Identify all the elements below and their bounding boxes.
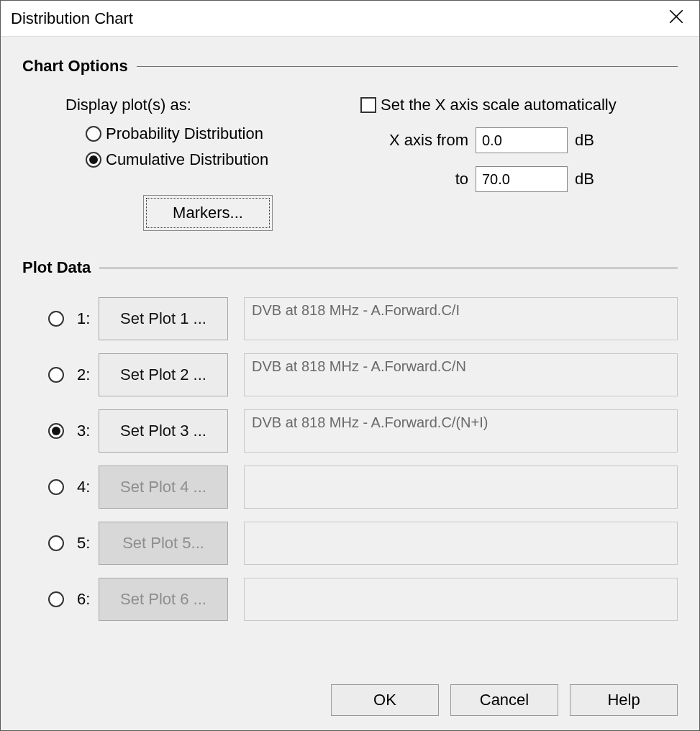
display-plots-label: Display plot(s) as: <box>65 96 360 114</box>
plot-index-label-3: 3: <box>77 422 94 440</box>
plot-4-description <box>244 466 678 509</box>
set-plot-3-button[interactable]: Set Plot 3 ... <box>99 409 228 453</box>
markers-button[interactable]: Markers... <box>143 195 273 231</box>
radio-probability-distribution[interactable]: Probability Distribution <box>86 124 360 143</box>
close-icon[interactable] <box>663 6 689 31</box>
x-axis-from-input[interactable] <box>476 127 568 153</box>
plot-select-radio-1[interactable] <box>48 311 64 327</box>
titlebar: Distribution Chart <box>1 1 699 37</box>
checkbox-auto-x-scale[interactable]: Set the X axis scale automatically <box>360 96 678 114</box>
plot-index-label-4: 4: <box>77 478 94 496</box>
radio-label: Probability Distribution <box>106 124 263 143</box>
plot-select-radio-6[interactable] <box>48 591 64 607</box>
x-axis-to-input[interactable] <box>476 166 568 192</box>
plot-data-heading-text: Plot Data <box>22 258 91 277</box>
plot-index-label-1: 1: <box>77 309 94 328</box>
heading-rule <box>137 66 678 67</box>
chart-options-heading: Chart Options <box>22 57 678 76</box>
radio-label: Cumulative Distribution <box>106 150 268 169</box>
plot-1-description: DVB at 818 MHz - A.Forward.C/I <box>244 297 678 340</box>
plot-index-label-2: 2: <box>77 366 94 384</box>
x-axis-to-unit: dB <box>575 170 606 189</box>
plot-select-radio-5[interactable] <box>48 535 64 551</box>
radio-icon <box>86 152 101 168</box>
plot-data-heading: Plot Data <box>22 258 678 277</box>
radio-cumulative-distribution[interactable]: Cumulative Distribution <box>86 150 360 169</box>
plot-select-radio-3[interactable] <box>48 423 64 439</box>
ok-button[interactable]: OK <box>331 684 439 716</box>
window-title: Distribution Chart <box>11 9 133 28</box>
set-plot-2-button[interactable]: Set Plot 2 ... <box>99 353 228 396</box>
set-plot-1-button[interactable]: Set Plot 1 ... <box>99 297 228 340</box>
heading-rule <box>99 268 678 268</box>
plot-row-6: 6:Set Plot 6 ... <box>48 578 678 621</box>
plot-row-3: 3:Set Plot 3 ...DVB at 818 MHz - A.Forwa… <box>48 409 678 453</box>
plot-6-description <box>244 578 678 621</box>
radio-icon <box>86 126 101 142</box>
help-button[interactable]: Help <box>570 684 678 716</box>
plot-2-description: DVB at 818 MHz - A.Forward.C/N <box>244 353 678 396</box>
set-plot-4-button: Set Plot 4 ... <box>99 466 228 509</box>
plot-index-label-6: 6: <box>77 590 94 609</box>
chart-options-heading-text: Chart Options <box>22 57 128 76</box>
x-axis-from-label: X axis from <box>360 131 468 150</box>
plot-row-4: 4:Set Plot 4 ... <box>48 466 678 509</box>
plot-row-5: 5:Set Plot 5... <box>48 522 678 565</box>
x-axis-from-unit: dB <box>575 131 606 150</box>
plot-row-2: 2:Set Plot 2 ...DVB at 818 MHz - A.Forwa… <box>48 353 678 396</box>
plot-5-description <box>244 522 678 565</box>
set-plot-5-button: Set Plot 5... <box>99 522 228 565</box>
checkbox-label: Set the X axis scale automatically <box>381 96 617 114</box>
plot-3-description: DVB at 818 MHz - A.Forward.C/(N+I) <box>244 409 678 453</box>
set-plot-6-button: Set Plot 6 ... <box>99 578 228 621</box>
plot-select-radio-2[interactable] <box>48 367 64 383</box>
plot-select-radio-4[interactable] <box>48 479 64 495</box>
x-axis-to-label: to <box>360 170 468 189</box>
plot-index-label-5: 5: <box>77 534 94 553</box>
plot-row-1: 1:Set Plot 1 ...DVB at 818 MHz - A.Forwa… <box>48 297 678 340</box>
checkbox-icon <box>360 97 376 113</box>
cancel-button[interactable]: Cancel <box>450 684 558 716</box>
dialog-footer: OK Cancel Help <box>331 684 678 716</box>
